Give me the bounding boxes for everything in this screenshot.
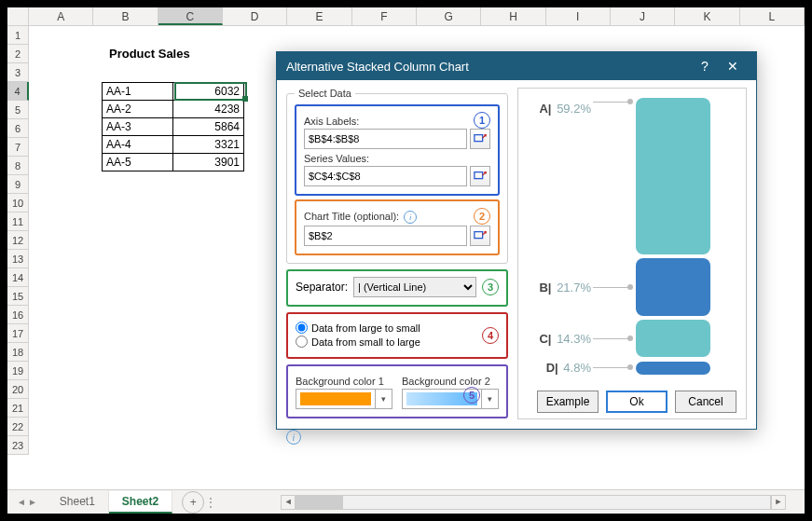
axis-labels-input[interactable] (304, 129, 467, 149)
row-5[interactable]: 5 (7, 101, 29, 119)
radio-large-to-small[interactable]: Data from large to small (296, 322, 499, 334)
row-13[interactable]: 13 (7, 250, 29, 268)
bg-color-2-label: Background color 2 (402, 376, 490, 387)
col-L[interactable]: L (740, 7, 805, 25)
table-row: AA-53901 (103, 154, 244, 171)
row-2[interactable]: 2 (7, 45, 29, 63)
example-button[interactable]: Example (537, 391, 599, 413)
info-icon[interactable]: i (286, 430, 301, 445)
col-B[interactable]: B (93, 7, 158, 25)
close-icon[interactable]: ✕ (719, 59, 747, 74)
col-A[interactable]: A (29, 7, 93, 25)
preview-bar-C (636, 320, 710, 357)
cell-label[interactable]: AA-5 (103, 154, 173, 171)
cancel-button[interactable]: Cancel (675, 391, 736, 413)
series-values-input[interactable] (304, 166, 467, 186)
dialog-titlebar[interactable]: Alternative Stacked Column Chart ? ✕ (277, 52, 756, 80)
tab-sheet1[interactable]: Sheet1 (47, 491, 109, 514)
cell-value[interactable]: 3321 (173, 136, 244, 154)
radio-small-to-large-input[interactable] (296, 336, 308, 348)
horizontal-scrollbar[interactable]: ◄ ► (281, 495, 786, 510)
tab-scroll-grip[interactable]: ⋮ (204, 495, 217, 510)
cell-label[interactable]: AA-1 (103, 83, 173, 101)
leader-line (593, 367, 630, 368)
cell-label[interactable]: AA-2 (103, 101, 173, 118)
row-6[interactable]: 6 (7, 119, 29, 138)
bg-color-1-picker[interactable]: ▾ (296, 389, 392, 409)
radio-large-to-small-input[interactable] (296, 322, 308, 334)
row-8[interactable]: 8 (7, 157, 29, 175)
dialog-body: Select Data Axis Labels:1 Series Values: (277, 80, 756, 429)
scroll-left-icon[interactable]: ◄ (281, 495, 296, 510)
row-16[interactable]: 16 (7, 306, 29, 324)
sort-order-group: Data from large to small 4 Data from sma… (286, 312, 508, 359)
row-11[interactable]: 11 (7, 213, 29, 231)
nav-first-icon[interactable]: ◄ (17, 497, 26, 507)
scroll-thumb[interactable] (296, 496, 343, 509)
series-values-label: Series Values: (304, 153, 490, 164)
svg-rect-0 (475, 135, 483, 142)
chevron-down-icon[interactable]: ▾ (375, 390, 392, 408)
cell-label[interactable]: AA-4 (103, 136, 173, 154)
chart-title-input[interactable] (304, 226, 467, 246)
leader-line (593, 287, 630, 288)
row-20[interactable]: 20 (7, 380, 29, 399)
col-I[interactable]: I (546, 7, 611, 25)
bg-color-1-swatch (300, 392, 371, 405)
col-F[interactable]: F (352, 7, 417, 25)
help-icon[interactable]: ? (691, 59, 719, 74)
cell-label[interactable]: AA-3 (103, 118, 173, 136)
select-all-corner[interactable] (7, 7, 29, 26)
col-K[interactable]: K (675, 7, 739, 25)
row-9[interactable]: 9 (7, 175, 29, 194)
scroll-right-icon[interactable]: ► (771, 495, 786, 510)
col-D[interactable]: D (223, 7, 287, 25)
row-17[interactable]: 17 (7, 324, 29, 343)
cell-title[interactable]: Product Sales (105, 45, 194, 63)
row-3[interactable]: 3 (7, 63, 29, 82)
row-headers: 1 2 3 4 5 6 7 8 9 10 11 12 13 14 15 16 1… (7, 26, 29, 455)
row-7[interactable]: 7 (7, 138, 29, 157)
nav-last-icon[interactable]: ► (28, 497, 37, 507)
sheet-tab-bar: ◄ ► Sheet1 Sheet2 + ⋮ ◄ ► (7, 489, 805, 514)
col-H[interactable]: H (481, 7, 545, 25)
cell-value[interactable]: 5864 (173, 118, 244, 136)
series-values-ref-button[interactable] (470, 166, 490, 186)
dialog-buttons: Example Ok Cancel (518, 391, 736, 413)
tab-sheet2[interactable]: Sheet2 (109, 491, 172, 514)
col-G[interactable]: G (417, 7, 481, 25)
separator-label: Separator: (296, 281, 348, 294)
row-15[interactable]: 15 (7, 287, 29, 306)
row-21[interactable]: 21 (7, 399, 29, 418)
bg-color-2-picker[interactable]: ▾ (402, 389, 499, 409)
row-23[interactable]: 23 (7, 436, 29, 455)
info-icon[interactable]: i (404, 211, 417, 224)
row-10[interactable]: 10 (7, 194, 29, 213)
row-1[interactable]: 1 (7, 26, 29, 45)
row-12[interactable]: 12 (7, 231, 29, 250)
separator-select[interactable]: | (Vertical Line) (353, 277, 476, 297)
axis-labels-ref-button[interactable] (470, 129, 490, 149)
radio-small-to-large[interactable]: Data from small to large (296, 336, 499, 348)
cell-value[interactable]: 3901 (173, 154, 244, 171)
bg-color-1-label: Background color 1 (296, 376, 392, 387)
new-sheet-button[interactable]: + (182, 491, 204, 514)
row-4[interactable]: 4 (7, 82, 29, 101)
excel-window: A B C D E F G H I J K L 1 2 3 4 5 6 7 8 … (0, 0, 812, 521)
row-14[interactable]: 14 (7, 268, 29, 287)
leader-line (593, 338, 630, 339)
cell-value[interactable]: 6032 (173, 83, 244, 101)
row-19[interactable]: 19 (7, 362, 29, 380)
col-E[interactable]: E (287, 7, 351, 25)
col-C[interactable]: C (158, 7, 223, 25)
scroll-track[interactable] (296, 495, 771, 510)
tab-nav: ◄ ► (7, 497, 47, 507)
row-18[interactable]: 18 (7, 343, 29, 362)
chart-title-ref-button[interactable] (470, 226, 490, 246)
col-J[interactable]: J (611, 7, 675, 25)
chevron-down-icon[interactable]: ▾ (481, 390, 498, 408)
preview-row-C: C| 14.3% (526, 320, 738, 357)
ok-button[interactable]: Ok (606, 391, 667, 413)
cell-value[interactable]: 4238 (173, 101, 244, 118)
row-22[interactable]: 22 (7, 418, 29, 436)
